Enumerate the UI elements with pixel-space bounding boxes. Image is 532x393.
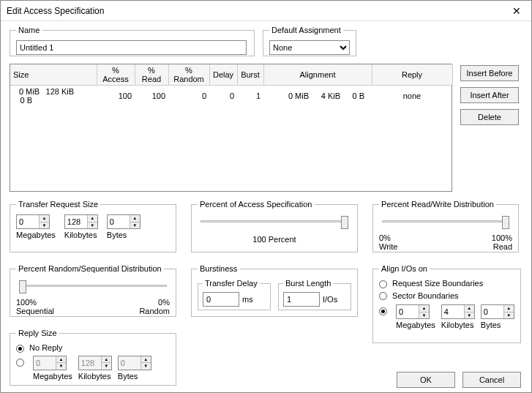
col-pct-access[interactable]: % Access <box>97 64 135 86</box>
transfer-mb-input[interactable] <box>17 215 39 228</box>
delete-button[interactable]: Delete <box>460 109 519 125</box>
col-pct-random[interactable]: % Random <box>168 64 209 86</box>
up-icon[interactable]: ▲ <box>465 305 474 312</box>
pct-rw-right-pct: 100% <box>492 233 512 242</box>
ok-button[interactable]: OK <box>397 372 455 388</box>
col-alignment[interactable]: Alignment <box>263 64 372 86</box>
burst-length-input[interactable] <box>283 292 320 307</box>
down-icon: ▼ <box>141 363 151 370</box>
slider-thumb[interactable] <box>341 216 348 229</box>
cell-delay: 0 <box>209 86 237 107</box>
reply-kb-label: Kilobytes <box>78 372 112 381</box>
down-icon[interactable]: ▼ <box>465 312 474 319</box>
cell-pct-access: 100 <box>97 86 135 107</box>
close-icon[interactable]: ✕ <box>502 1 531 21</box>
align-b-spinner[interactable]: ▲▼ <box>481 304 514 319</box>
col-pct-read[interactable]: % Read <box>135 64 168 86</box>
align-opt-sector-radio[interactable] <box>379 292 387 300</box>
cell-align-b: 0 B <box>342 91 364 100</box>
cell-align-mib: 0 MiB <box>266 91 309 100</box>
reply-noreply-radio[interactable] <box>16 345 24 353</box>
align-b-input[interactable] <box>482 305 503 318</box>
transfer-kb-input[interactable] <box>65 215 87 228</box>
transfer-delay-group: Transfer Delay ms <box>198 279 271 310</box>
transfer-b-spinner[interactable]: ▲▼ <box>107 214 141 229</box>
transfer-mb-spinner[interactable]: ▲▼ <box>16 214 50 229</box>
align-b-label: Bytes <box>481 321 514 329</box>
insert-after-button[interactable]: Insert After <box>460 87 519 103</box>
align-opt-sector-label: Sector Boundaries <box>392 291 459 300</box>
pct-access-spec-group: Percent of Access Specification 100 Perc… <box>191 200 358 252</box>
up-icon: ▲ <box>56 356 66 364</box>
pct-rand-left-pct: 100% <box>16 298 54 307</box>
default-assignment-select[interactable]: None <box>269 40 350 55</box>
align-mb-input[interactable] <box>397 305 419 318</box>
up-icon[interactable]: ▲ <box>419 305 429 312</box>
col-burst[interactable]: Burst <box>237 64 263 86</box>
up-icon[interactable]: ▲ <box>130 215 140 222</box>
burst-length-group: Burst Length I/Os <box>278 279 351 310</box>
window-title: Edit Access Specification <box>7 1 104 21</box>
burst-group: Burstiness Transfer Delay ms Burst Lengt… <box>191 264 358 317</box>
align-opt-request-label: Request Size Boundaries <box>392 279 483 288</box>
insert-before-button[interactable]: Insert Before <box>460 65 519 81</box>
cell-pct-read: 100 <box>135 86 168 107</box>
align-legend: Align I/Os on <box>379 264 430 273</box>
down-icon[interactable]: ▼ <box>419 312 429 319</box>
transfer-delay-input[interactable] <box>203 292 239 307</box>
burst-length-legend: Burst Length <box>283 279 333 288</box>
pct-rw-left-label: Write <box>379 242 397 251</box>
cell-burst: 1 <box>237 86 263 107</box>
align-opt-custom-radio[interactable] <box>379 307 387 315</box>
default-assignment-legend: Default Assignment <box>269 26 343 34</box>
pct-access-spec-caption: 100 Percent <box>198 235 351 244</box>
cell-align-kib: 4 KiB <box>311 91 340 100</box>
titlebar: Edit Access Specification ✕ <box>1 1 531 21</box>
down-icon[interactable]: ▼ <box>130 222 140 229</box>
reply-kb-spinner: ▲▼ <box>78 356 112 370</box>
name-input[interactable] <box>16 40 247 55</box>
pct-rand-right-label: Random <box>139 307 170 315</box>
transfer-delay-legend: Transfer Delay <box>203 279 260 288</box>
pct-access-spec-legend: Percent of Access Specification <box>198 200 314 209</box>
spec-list[interactable]: Size % Access % Read % Random Delay Burs… <box>10 64 452 192</box>
align-kb-input[interactable] <box>442 305 464 318</box>
reply-mb-input <box>34 356 56 370</box>
down-icon: ▼ <box>102 363 111 370</box>
transfer-kb-spinner[interactable]: ▲▼ <box>64 214 98 229</box>
reply-b-input <box>119 356 141 370</box>
up-icon[interactable]: ▲ <box>40 215 49 222</box>
reply-custom-radio[interactable] <box>16 359 24 367</box>
col-delay[interactable]: Delay <box>209 64 237 86</box>
pct-rw-slider[interactable] <box>379 214 512 231</box>
col-size[interactable]: Size <box>10 64 97 86</box>
cancel-button[interactable]: Cancel <box>462 372 521 388</box>
up-icon: ▲ <box>102 356 111 364</box>
up-icon[interactable]: ▲ <box>88 215 97 222</box>
align-opt-request-radio[interactable] <box>379 280 387 288</box>
name-legend: Name <box>16 26 42 34</box>
dialog-window: Edit Access Specification ✕ Name Default… <box>0 0 532 393</box>
transfer-b-input[interactable] <box>108 215 130 228</box>
pct-rw-group: Percent Read/Write Distribution 0% Write… <box>372 200 519 252</box>
transfer-size-legend: Transfer Request Size <box>16 200 100 209</box>
table-row[interactable]: 0 MiB 128 KiB 0 B 100 100 0 0 1 0 MiB 4 … <box>10 86 452 107</box>
align-kb-spinner[interactable]: ▲▼ <box>441 304 475 319</box>
up-icon[interactable]: ▲ <box>504 305 514 312</box>
align-group: Align I/Os on Request Size Boundaries Se… <box>372 264 521 343</box>
pct-rand-slider[interactable] <box>16 279 170 295</box>
pct-rand-left-label: Sequential <box>16 307 54 315</box>
transfer-delay-unit: ms <box>242 295 253 304</box>
pct-rw-left-pct: 0% <box>379 233 397 242</box>
down-icon[interactable]: ▼ <box>40 222 49 229</box>
down-icon[interactable]: ▼ <box>504 312 514 319</box>
align-mb-spinner[interactable]: ▲▼ <box>396 304 430 319</box>
reply-noreply-label: No Reply <box>29 343 62 352</box>
down-icon[interactable]: ▼ <box>88 222 97 229</box>
slider-thumb[interactable] <box>502 216 509 229</box>
pct-access-spec-slider[interactable] <box>198 214 351 231</box>
col-reply[interactable]: Reply <box>372 64 452 86</box>
spec-table: Size % Access % Read % Random Delay Burs… <box>10 64 453 106</box>
table-header-row: Size % Access % Read % Random Delay Burs… <box>10 64 452 86</box>
slider-thumb[interactable] <box>19 280 26 293</box>
